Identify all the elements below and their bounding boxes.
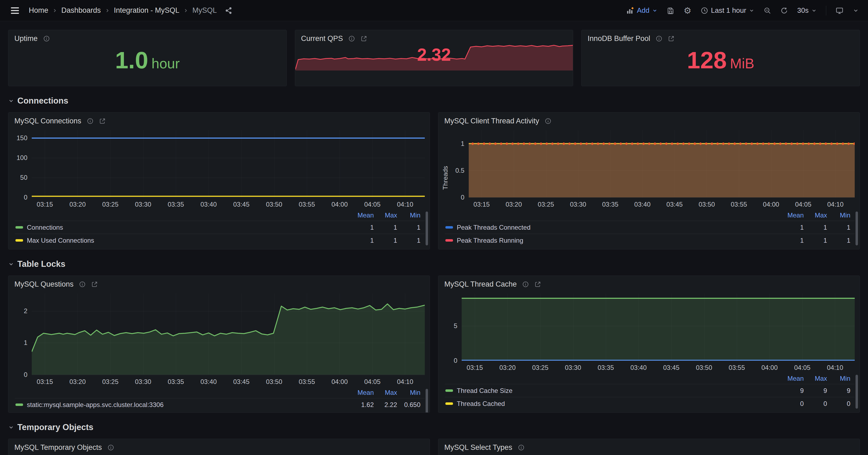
series-label: static:mysql.sample-apps.svc.cluster.loc… xyxy=(27,401,350,409)
legend-item[interactable]: Max Used Connections 1 1 1 xyxy=(15,234,425,247)
panel-uptime: Uptime 1.0 hour xyxy=(8,30,287,86)
section-row-table-locks[interactable]: Table Locks xyxy=(8,258,860,270)
info-icon[interactable] xyxy=(656,35,662,42)
series-label: Max Used Connections xyxy=(27,237,350,244)
info-icon[interactable] xyxy=(348,35,355,42)
info-icon[interactable] xyxy=(87,118,94,125)
chevron-right-icon xyxy=(183,8,188,13)
info-icon[interactable] xyxy=(522,281,529,288)
settings-gear-icon[interactable]: ⚙ xyxy=(684,6,691,15)
legend-item[interactable]: static:mysql.sample-apps.svc.cluster.loc… xyxy=(15,398,425,411)
external-link-icon[interactable] xyxy=(668,35,675,42)
info-icon[interactable] xyxy=(107,444,114,451)
save-dashboard-icon[interactable] xyxy=(667,7,674,14)
chevron-down-icon xyxy=(811,8,817,13)
chevron-down-icon xyxy=(749,8,754,13)
external-link-icon[interactable] xyxy=(534,281,541,288)
series-color-swatch xyxy=(445,239,453,241)
breadcrumb-dashboards[interactable]: Dashboards xyxy=(61,6,101,14)
legend-header-max[interactable]: Max xyxy=(804,212,827,219)
stat-value-group: 1.0 hour xyxy=(8,48,286,72)
series-color-swatch xyxy=(445,226,453,229)
chevron-right-icon xyxy=(52,8,58,13)
timeseries-chart[interactable]: 012 xyxy=(32,293,425,375)
breadcrumb-integration-mysql[interactable]: Integration - MySQL xyxy=(114,6,180,14)
clock-icon xyxy=(701,7,708,14)
add-panel-button[interactable]: Add xyxy=(626,6,657,14)
refresh-interval-dropdown[interactable]: 30s xyxy=(797,6,817,14)
legend-item[interactable]: Peak Threads Connected 1 1 1 xyxy=(445,221,855,234)
info-icon[interactable] xyxy=(43,35,50,42)
timeseries-chart[interactable]: 05 xyxy=(462,293,855,361)
stat-value: 1.0 xyxy=(115,48,148,72)
chevron-down-icon xyxy=(8,98,14,104)
legend-header-min[interactable]: Min xyxy=(397,212,421,219)
panel-title[interactable]: MySQL Client Thread Activity xyxy=(444,117,539,125)
series-min: 0 xyxy=(827,400,850,408)
legend-header-min[interactable]: Min xyxy=(397,389,421,396)
panel-title[interactable]: Uptime xyxy=(14,34,38,43)
legend-scrollbar[interactable] xyxy=(856,375,858,409)
legend-scrollbar[interactable] xyxy=(426,212,428,246)
navbar: Home Dashboards Integration - MySQL MySQ… xyxy=(0,0,868,21)
legend-item[interactable]: Threads Cached 0 0 0 xyxy=(445,397,855,410)
legend-header-mean[interactable]: Mean xyxy=(780,212,804,219)
info-icon[interactable] xyxy=(79,281,86,288)
panel-title[interactable]: MySQL Questions xyxy=(14,280,73,289)
kiosk-monitor-icon[interactable] xyxy=(835,6,844,14)
stat-unit: MiB xyxy=(730,55,754,72)
time-range-picker[interactable]: Last 1 hour xyxy=(701,6,754,14)
external-link-icon[interactable] xyxy=(361,35,367,42)
series-max: 1 xyxy=(374,224,397,231)
legend-item[interactable]: Connections 1 1 1 xyxy=(15,221,425,234)
panel-mysql-thread-cache: MySQL Thread Cache 05 03:1503:2003:2503:… xyxy=(438,275,860,413)
series-color-swatch xyxy=(16,239,23,241)
info-icon[interactable] xyxy=(545,118,552,125)
section-row-temporary-objects[interactable]: Temporary Objects xyxy=(8,421,860,433)
breadcrumb-home[interactable]: Home xyxy=(29,6,48,14)
panel-title[interactable]: MySQL Thread Cache xyxy=(444,280,517,289)
legend-scrollbar[interactable] xyxy=(426,389,428,413)
legend-header-mean[interactable]: Mean xyxy=(350,389,374,396)
legend-header-mean[interactable]: Mean xyxy=(780,375,804,382)
breadcrumb-mysql[interactable]: MySQL xyxy=(192,6,217,14)
legend-header-mean[interactable]: Mean xyxy=(350,212,374,219)
panel-title[interactable]: InnoDB Buffer Pool xyxy=(588,34,650,43)
share-icon[interactable] xyxy=(225,7,232,14)
x-axis: 03:1503:2003:2503:3003:3503:4003:4503:50… xyxy=(469,197,855,210)
legend-header-max[interactable]: Max xyxy=(374,389,397,396)
stat-value: 2.32 xyxy=(417,46,451,63)
legend-header-min[interactable]: Min xyxy=(827,375,850,382)
series-mean: 1 xyxy=(350,224,374,231)
external-link-icon[interactable] xyxy=(99,118,106,125)
info-icon[interactable] xyxy=(518,444,525,451)
section-row-connections[interactable]: Connections xyxy=(8,95,860,107)
timeseries-chart[interactable]: 050100150 xyxy=(32,130,425,197)
series-mean: 1 xyxy=(780,237,804,244)
refresh-icon[interactable] xyxy=(780,7,788,14)
legend-header-max[interactable]: Max xyxy=(804,375,827,382)
legend-scrollbar[interactable] xyxy=(856,212,858,246)
zoom-out-icon[interactable] xyxy=(764,7,771,14)
series-max: 1 xyxy=(804,237,827,244)
chevron-down-icon xyxy=(652,8,657,13)
toolbar-more-dropdown[interactable] xyxy=(853,8,859,13)
series-label: Threads Cached xyxy=(457,400,780,408)
panel-title[interactable]: Current QPS xyxy=(301,34,343,43)
panel-title[interactable]: MySQL Temporary Objects xyxy=(14,443,102,452)
panel-title[interactable]: MySQL Connections xyxy=(14,117,82,125)
section-title: Table Locks xyxy=(18,259,65,269)
series-max: 9 xyxy=(804,387,827,394)
menu-icon[interactable] xyxy=(9,6,21,15)
panel-title[interactable]: MySQL Select Types xyxy=(444,443,513,452)
series-max: 0 xyxy=(804,400,827,408)
legend-header-min[interactable]: Min xyxy=(827,212,850,219)
timeseries-chart[interactable]: 00.51 xyxy=(469,130,855,197)
series-min: 1 xyxy=(397,224,421,231)
series-min: 0.650 xyxy=(397,401,421,409)
series-color-swatch xyxy=(445,402,453,405)
legend-item[interactable]: Peak Threads Running 1 1 1 xyxy=(445,234,855,247)
legend-header-max[interactable]: Max xyxy=(374,212,397,219)
external-link-icon[interactable] xyxy=(91,281,98,288)
legend-item[interactable]: Thread Cache Size 9 9 9 xyxy=(445,384,855,397)
